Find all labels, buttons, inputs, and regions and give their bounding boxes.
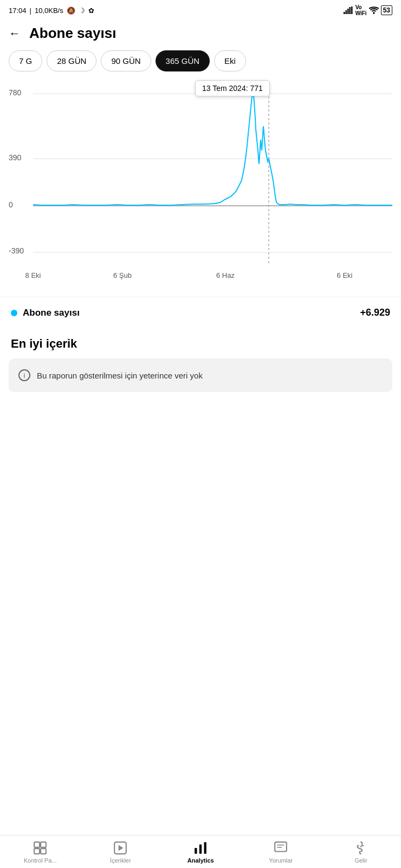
signal-icon [344, 6, 353, 14]
status-bar: 17:04 | 10,0KB/s 🔕 ☽ ✿ VoWiFi 53 [0, 0, 401, 18]
header: ← Abone sayısı [0, 18, 401, 50]
info-box: i Bu raporun gösterilmesi için yeterince… [9, 358, 392, 392]
svg-rect-19 [34, 842, 40, 847]
page-title: Abone sayısı [29, 25, 116, 42]
svg-rect-25 [195, 848, 197, 854]
svg-rect-20 [41, 842, 46, 847]
mute-icon: 🔕 [67, 6, 75, 15]
nav-label-dashboard: Kontrol Pa... [24, 857, 57, 864]
battery-icon: 53 [381, 5, 392, 15]
svg-rect-0 [344, 12, 345, 14]
tab-eki[interactable]: Eki [214, 50, 246, 71]
svg-rect-22 [41, 849, 46, 854]
status-time: 17:04 [9, 6, 27, 15]
svg-rect-3 [349, 7, 351, 14]
dashboard-icon [33, 841, 47, 855]
svg-text:0: 0 [9, 200, 13, 209]
legend-value: +6.929 [360, 307, 390, 318]
svg-rect-2 [347, 9, 349, 14]
svg-text:6 Haz: 6 Haz [216, 271, 235, 279]
chart-tooltip: 13 Tem 2024: 771 [195, 80, 270, 96]
svg-text:780: 780 [9, 88, 22, 97]
bottom-nav: Kontrol Pa... İçerikler Analytics Yoruml… [0, 835, 401, 868]
chart-svg: 780 390 0 -390 8 Eki 6 Şub 6 Haz 6 Eki [9, 80, 392, 286]
nav-label-revenue: Gelir [354, 857, 367, 864]
legend-dot [11, 310, 17, 316]
chart-container: 13 Tem 2024: 771 780 390 0 -390 8 Eki [0, 80, 401, 297]
moon-icon: ☽ [79, 6, 85, 15]
money-icon [354, 841, 368, 855]
tab-28gun[interactable]: 28 GÜN [47, 50, 96, 71]
nav-item-dashboard[interactable]: Kontrol Pa... [24, 841, 57, 864]
svg-rect-28 [275, 842, 287, 851]
wifi-icon [369, 6, 379, 14]
comments-icon [274, 841, 288, 855]
analytics-icon [193, 841, 208, 855]
nav-item-comments[interactable]: Yorumlar [264, 841, 297, 864]
status-left: 17:04 | 10,0KB/s 🔕 ☽ ✿ [9, 6, 94, 15]
legend-row: Abone sayısı +6.929 [0, 297, 401, 324]
svg-rect-1 [345, 10, 347, 14]
svg-text:6 Eki: 6 Eki [337, 271, 353, 279]
status-speed: 10,0KB/s [35, 6, 63, 15]
tab-7g[interactable]: 7 G [9, 50, 42, 71]
tab-90gun[interactable]: 90 GÜN [101, 50, 151, 71]
vowifi-icon: VoWiFi [355, 4, 367, 16]
filter-tabs: 7 G 28 GÜN 90 GÜN 365 GÜN Eki [0, 50, 401, 80]
nav-label-contents: İçerikler [110, 857, 131, 864]
nav-label-comments: Yorumlar [269, 857, 293, 864]
status-right: VoWiFi 53 [344, 4, 392, 16]
svg-rect-21 [34, 849, 40, 854]
play-icon [113, 841, 127, 855]
svg-text:390: 390 [9, 153, 22, 162]
svg-rect-27 [204, 842, 206, 854]
info-icon: i [18, 369, 30, 381]
fan-icon: ✿ [88, 6, 94, 15]
nav-item-analytics[interactable]: Analytics [184, 841, 217, 864]
svg-text:8 Eki: 8 Eki [25, 271, 41, 279]
svg-rect-26 [199, 845, 202, 854]
nav-item-revenue[interactable]: Gelir [345, 841, 377, 864]
section-title: En iyi içerik [0, 324, 401, 358]
svg-text:-390: -390 [9, 246, 24, 255]
svg-text:6 Şub: 6 Şub [113, 271, 132, 279]
chart-line [33, 94, 392, 205]
info-text: Bu raporun gösterilmesi için yeterince v… [37, 371, 203, 380]
legend-label: Abone sayısı [23, 308, 80, 318]
legend-left: Abone sayısı [11, 308, 80, 318]
nav-label-analytics: Analytics [187, 857, 214, 864]
tab-365gun[interactable]: 365 GÜN [156, 50, 210, 71]
nav-item-contents[interactable]: İçerikler [104, 841, 137, 864]
back-button[interactable]: ← [9, 27, 21, 41]
svg-rect-4 [351, 6, 353, 14]
svg-marker-24 [119, 845, 124, 851]
chart-svg-wrap[interactable]: 780 390 0 -390 8 Eki 6 Şub 6 Haz 6 Eki [9, 80, 392, 288]
status-network: | [30, 6, 31, 15]
